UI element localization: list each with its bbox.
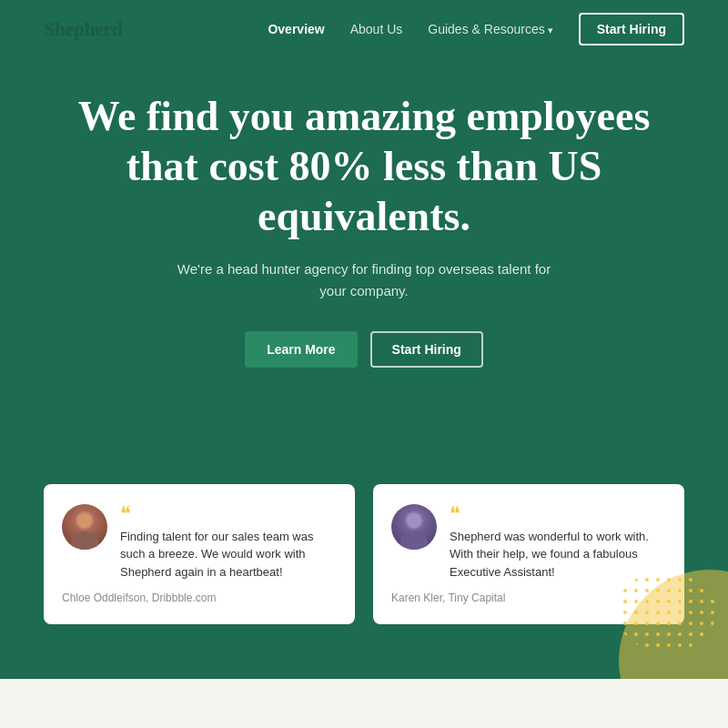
decorative-dots [612,566,721,657]
nav-start-hiring-button[interactable]: Start Hiring [579,13,684,46]
quote-icon-2: ❝ [450,504,666,524]
svg-point-1 [71,531,98,550]
start-hiring-button[interactable]: Start Hiring [370,331,483,368]
testimonial-author-1: Chloe Oddleifson, Dribbble.com [62,592,337,604]
quote-icon-1: ❝ [120,504,337,524]
hero-buttons: Learn More Start Hiring [44,331,684,368]
testimonials-grid: ❝ Finding talent for our sales team was … [44,484,684,625]
site-logo[interactable]: Shepherd [44,17,122,41]
hero-title: We find you amazing employees that cost … [73,91,655,242]
svg-point-5 [407,513,421,528]
svg-point-4 [400,531,428,550]
testimonial-card-2: ❝ Shepherd was wonderful to work with. W… [373,484,684,625]
avatar-1-svg [62,504,107,550]
navbar: Shepherd Overview About Us Guides & Reso… [0,0,728,58]
did-you-know-section: Did you know? You can hire amazing full-… [0,679,728,728]
svg-point-2 [77,513,92,528]
avatar-1 [62,504,107,550]
testimonial-text-1: Finding talent for our sales team was su… [120,528,337,581]
hero-subtitle: We're a head hunter agency for finding t… [173,258,555,302]
nav-overview[interactable]: Overview [268,22,324,36]
testimonials-section: ❝ Finding talent for our sales team was … [0,484,728,680]
learn-more-button[interactable]: Learn More [245,331,357,368]
nav-guides[interactable]: Guides & Resources [428,22,552,36]
svg-point-7 [616,571,716,652]
avatar-2-svg [391,504,437,550]
avatar-2 [391,504,437,550]
testimonial-content-1: ❝ Finding talent for our sales team was … [120,504,337,581]
testimonial-card-1: ❝ Finding talent for our sales team was … [44,484,355,625]
testimonial-inner-1: ❝ Finding talent for our sales team was … [62,504,337,581]
nav-about[interactable]: About Us [350,22,403,36]
hero-section: We find you amazing employees that cost … [0,0,728,484]
nav-links: Overview About Us Guides & Resources Sta… [268,13,684,46]
